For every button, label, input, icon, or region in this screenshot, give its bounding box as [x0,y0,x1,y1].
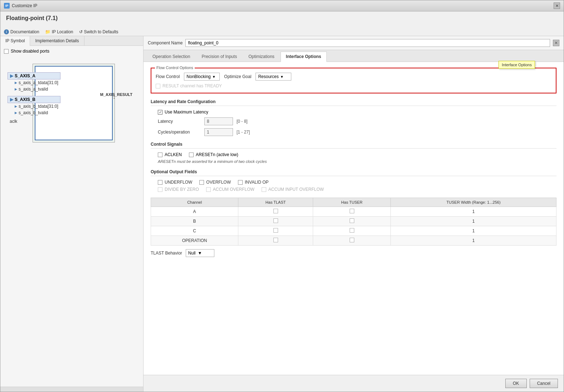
cycles-range: [1 - 27] [237,130,250,135]
b-tlast-checkbox[interactable] [273,218,278,223]
latency-input[interactable] [204,117,233,125]
aclk-port: aclk [8,118,60,125]
divide-by-zero-label: DIVIDE BY ZERO [165,187,199,192]
app-title: Floating-point (7.1) [6,15,558,21]
s-axis-a-label: S_AXIS_A [15,73,35,78]
use-max-latency-checkbox[interactable]: ✓ [158,110,162,115]
close-button[interactable]: ✕ [554,3,560,9]
a-tuser-checkbox[interactable] [350,209,354,213]
component-name-bar: Component Name ✕ [144,36,564,50]
ip-symbol-area: ▶ S_AXIS_A ▶ s_axis_a_tdata[31:0] ▶ s_ax… [0,57,143,387]
tlast-value: Null [188,251,196,256]
c-has-tlast [238,226,313,236]
right-panel: Component Name ✕ Operation Selection Pre… [144,36,564,392]
show-ports-checkbox[interactable] [4,49,9,54]
info-icon: i [4,29,9,34]
component-name-input[interactable] [185,39,550,47]
s-axis-a-arrow: ▶ [10,73,13,78]
divide-by-zero-checkbox [158,187,162,192]
c-tlast-checkbox[interactable] [273,228,278,233]
flow-control-label: Flow Control [156,74,180,79]
tab-operation-selection[interactable]: Operation Selection [147,52,195,62]
folder-icon: 📁 [45,29,50,34]
interface-options-tooltip: Interface Options [499,61,535,69]
tab-ip-symbol[interactable]: IP Symbol [0,36,30,46]
tab-interface-options[interactable]: Interface Options [281,52,327,62]
optional-output-title: Optional Output Fields [151,169,556,176]
optimize-goal-label: Optimize Goal [224,74,251,79]
result-channel-checkbox[interactable] [156,84,160,88]
tdata-arrow: ▶ [15,81,17,84]
output-fields-row-2: DIVIDE BY ZERO ACCUM OVERFLOW ACCUM INPU… [151,187,556,192]
bottom-bar: OK Cancel [144,375,564,392]
left-tab-bar: IP Symbol Implementation Details [0,36,143,46]
col-channel: Channel [151,198,238,207]
invalid-op-checkbox[interactable] [238,180,243,185]
tlast-select[interactable]: Null ▼ [186,249,214,257]
b-tvalid-arrow: ▶ [15,111,17,115]
tab-optimizations[interactable]: Optimizations [243,52,280,62]
accum-input-overflow-checkbox [262,187,266,192]
tab-precision-of-inputs[interactable]: Precision of Inputs [196,52,242,62]
title-bar-left: IP Customize IP [4,3,37,9]
ip-location-button[interactable]: 📁 IP Location [45,29,73,34]
tlast-row: TLAST Behavior Null ▼ [151,249,556,257]
s-axis-a-group: ▶ S_AXIS_A ▶ s_axis_a_tdata[31:0] ▶ s_ax… [8,72,60,92]
aclken-checkbox[interactable] [158,153,162,157]
b-has-tlast [238,217,313,226]
latency-section: Latency and Rate Configuration ✓ Use Max… [151,99,556,136]
s-axis-a-tdata: ▶ s_axis_a_tdata[31:0] [8,79,60,86]
show-ports-row: Show disabled ports [0,46,143,57]
b-tuser-checkbox[interactable] [350,218,354,223]
tab-implementation[interactable]: Implementation Details [30,36,84,45]
a-has-tlast [238,207,313,217]
c-tuser-checkbox[interactable] [350,228,354,233]
channel-table: Channel Has TLAST Has TUSER TUSER Width … [151,198,556,246]
table-row: C 1 [151,226,556,236]
aresetn-checkbox[interactable] [189,153,194,157]
title-bar: IP Customize IP ✕ [0,0,564,11]
aresetn-label: ARESETn (active low) [196,152,238,157]
underflow-checkbox[interactable] [158,180,162,185]
optimize-goal-value: Resources [258,74,278,79]
accum-overflow-label: ACCUM OVERFLOW [213,187,254,192]
result-channel-row: RESULT channel has TREADY [156,83,551,88]
channel-a: A [151,207,238,217]
table-row: A 1 [151,207,556,217]
latency-label: Latency [158,119,201,124]
overflow-label: OVERFLOW [206,180,231,185]
c-has-tuser [313,226,391,236]
documentation-button[interactable]: i Documentation [4,29,39,34]
optimize-goal-select[interactable]: Resources ▼ [256,73,291,81]
config-content: Flow Control Options Flow Control NonBlo… [144,62,564,375]
s-axis-a-header: ▶ S_AXIS_A [8,72,60,79]
cancel-button[interactable]: Cancel [530,379,558,388]
overflow-checkbox[interactable] [199,180,204,185]
a-tlast-checkbox[interactable] [273,209,278,213]
component-name-clear-button[interactable]: ✕ [553,40,559,46]
a-tuser-width: 1 [391,207,556,217]
result-channel-label: RESULT channel has TREADY [162,83,222,88]
flow-control-select[interactable]: NonBlocking ▼ [184,73,220,81]
s-axis-b-group: ▶ S_AXIS_B ▶ s_axis_b_tdata[31:0] ▶ s_ax… [8,96,60,116]
switch-to-defaults-label: Switch to Defaults [84,29,118,34]
optional-output-section: Optional Output Fields UNDERFLOW OVERFLO… [151,169,556,192]
control-signals-title: Control Signals [151,142,556,149]
use-max-label: Use Maximum Latency [165,110,208,115]
aresetn-note: ARESETn must be asserted for a minimum o… [151,159,556,164]
cycles-row: Cycles/operation [1 - 27] [151,128,556,136]
horizontal-scrollbar[interactable] [0,387,143,392]
ok-button[interactable]: OK [505,379,527,388]
op-tlast-checkbox[interactable] [273,238,278,242]
op-tuser-checkbox[interactable] [350,238,354,242]
invalid-op-label: INVALID OP [245,180,268,185]
cycles-label: Cycles/operation [158,130,201,135]
latency-row: Latency [0 - 8] [151,117,556,125]
flow-control-value: NonBlocking [186,74,210,79]
app-header: Floating-point (7.1) [0,11,564,28]
tvalid-arrow: ▶ [15,87,17,91]
cycles-input[interactable] [204,128,233,136]
switch-to-defaults-button[interactable]: ↺ Switch to Defaults [79,29,118,34]
channel-operation: OPERATION [151,236,238,246]
refresh-icon: ↺ [79,29,83,34]
